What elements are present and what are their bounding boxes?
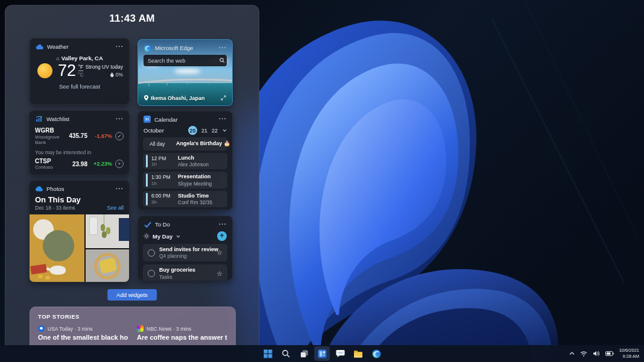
stock-name: Contoso [35, 164, 69, 170]
panel-clock: 11:43 AM [5, 13, 259, 25]
stock-row-ctsp[interactable]: CTSP Contoso 23.98 +2.23% + [30, 158, 129, 170]
task-row[interactable]: Send invites for review Q4 planning [143, 244, 227, 261]
event-title: Angela's Birthday 🎂 [176, 140, 230, 147]
photos-collage[interactable] [30, 214, 129, 282]
see-full-forecast-link[interactable]: See full forecast [30, 83, 129, 90]
calendar-event[interactable]: 1:30 PM 1h Presentation Skype Meeting [143, 172, 227, 188]
calendar-event[interactable]: 12 PM 1h Lunch Alex Johnson [143, 153, 227, 169]
tray-date-line: 10/6/2021 [619, 348, 639, 354]
usa-today-icon [38, 325, 45, 332]
event-duration: 1h [151, 161, 174, 167]
calendar-widget[interactable]: 21 Calendar October 20 21 22 All day [137, 111, 233, 210]
top-stories-card[interactable]: TOP STORIES USA Today · 3 mins One of th… [30, 307, 236, 346]
stock-name: Woodgrove Bank [35, 134, 66, 145]
edge-menu-button[interactable] [219, 46, 227, 51]
calendar-date-20[interactable]: 20 [188, 126, 197, 135]
calendar-menu-button[interactable] [219, 117, 227, 122]
calendar-date-21[interactable]: 21 [201, 128, 207, 134]
stock-change: +2.23% [90, 161, 112, 167]
watchlist-widget[interactable]: Watchlist WGRB Woodgrove Bank 435.75 -1.… [29, 110, 130, 175]
chevron-down-icon[interactable] [222, 126, 227, 134]
watchlist-chart-icon [35, 115, 43, 123]
see-all-link[interactable]: See all [107, 205, 124, 211]
hidden-icons-chevron[interactable] [569, 350, 575, 358]
calendar-date-22[interactable]: 22 [212, 128, 218, 134]
nbc-news-icon [137, 325, 144, 332]
task-title: Buy groceries [159, 267, 212, 273]
task-subtitle: Q4 planning [159, 253, 212, 259]
volume-icon[interactable] [593, 350, 601, 358]
news-article[interactable]: USA Today · 3 mins One of the smallest b… [38, 325, 128, 341]
weather-menu-button[interactable] [116, 45, 124, 49]
calendar-icon: 21 [144, 116, 151, 123]
task-row[interactable]: Buy groceries Tasks [143, 264, 227, 281]
temperature-unit-toggle[interactable]: °F °C [78, 64, 84, 78]
photo-thumbnail[interactable] [30, 214, 84, 282]
watchlist-widget-title: Watchlist [46, 116, 112, 122]
calendar-event[interactable]: All day Angela's Birthday 🎂 [143, 137, 227, 151]
start-button[interactable] [260, 346, 276, 361]
battery-icon[interactable] [605, 350, 614, 358]
expand-icon[interactable] [219, 94, 227, 102]
task-subtitle: Tasks [159, 274, 212, 280]
star-icon[interactable] [216, 270, 223, 278]
photo-thumbnail[interactable] [86, 214, 129, 248]
add-circle-icon[interactable]: + [115, 160, 124, 168]
add-task-button[interactable]: + [217, 231, 227, 241]
photos-subheading: Dec 18 - 33 items [35, 205, 107, 211]
sun-icon [37, 63, 52, 78]
watchlist-menu-button[interactable] [116, 117, 124, 122]
chevron-down-icon[interactable] [175, 232, 180, 240]
check-circle-icon[interactable]: ✓ [115, 132, 124, 140]
add-widgets-button[interactable]: Add widgets [107, 289, 157, 301]
task-checkbox[interactable] [148, 249, 155, 257]
weather-widget[interactable]: Weather ⌂Valley Park, CA 72 °F °C Strong… [30, 38, 130, 105]
star-icon[interactable] [216, 249, 223, 257]
event-duration: 3h [151, 199, 174, 205]
search-button[interactable] [278, 346, 294, 361]
droplet-icon [110, 72, 114, 77]
weather-condition: Strong UV today [86, 64, 123, 70]
edge-widget-title: Microsoft Edge [155, 45, 215, 51]
edge-logo-icon [144, 44, 151, 52]
event-time: 1:30 PM [151, 174, 174, 181]
stock-price: 23.98 [72, 161, 87, 167]
photos-widget[interactable]: Photos On This Day Dec 18 - 33 items See… [29, 180, 130, 282]
weather-temperature: 72 [58, 63, 76, 79]
event-title: Studio Time [178, 193, 212, 199]
my-day-list-label[interactable]: My Day [153, 233, 172, 240]
stock-price: 435.75 [69, 133, 87, 139]
event-subtitle: Skype Meeting [178, 181, 212, 187]
event-title: Presentation [178, 173, 212, 180]
chat-button[interactable] [332, 346, 348, 361]
calendar-event[interactable]: 6:00 PM 3h Studio Time Conf Rm 32/35 [143, 191, 227, 207]
photos-heading: On This Day [30, 195, 129, 204]
photos-menu-button[interactable] [116, 187, 124, 192]
edge-search-input[interactable] [148, 58, 218, 64]
todo-widget-title: To Do [155, 221, 215, 228]
edge-photo-location: Ikema Ohashi, Japan [151, 95, 205, 101]
task-view-button[interactable] [296, 346, 312, 361]
event-time: 12 PM [151, 155, 174, 162]
todo-menu-button[interactable] [219, 222, 227, 227]
widgets-button[interactable] [314, 346, 330, 361]
edge-widget[interactable]: Microsoft Edge Ikema Ohashi, Japan [137, 39, 233, 106]
task-checkbox[interactable] [148, 270, 155, 277]
desktop: 11:43 AM Weather ⌂Valley Park, CA 72 °F … [0, 0, 644, 362]
unit-celsius[interactable]: °C [78, 71, 84, 78]
unit-fahrenheit[interactable]: °F [78, 64, 84, 71]
tray-clock[interactable]: 10/6/2021 9:28 AM [619, 348, 639, 360]
wifi-icon[interactable] [580, 350, 588, 358]
edge-button[interactable] [368, 346, 384, 361]
file-explorer-button[interactable] [350, 346, 366, 361]
edge-search-bar[interactable] [144, 55, 227, 66]
news-article[interactable]: NBC News · 3 mins Are coffee naps the an… [137, 325, 227, 341]
tray-time-line: 9:28 AM [619, 354, 639, 360]
photo-thumbnail[interactable] [86, 249, 129, 282]
todo-widget[interactable]: To Do My Day + Send invites for revie [137, 216, 233, 281]
event-color-bar [146, 173, 148, 186]
search-icon[interactable] [218, 57, 226, 64]
photos-cloud-icon [35, 185, 43, 193]
stock-row-wgrb[interactable]: WGRB Woodgrove Bank 435.75 -1.67% ✓ [30, 125, 129, 145]
weather-location: ⌂Valley Park, CA [30, 55, 129, 61]
